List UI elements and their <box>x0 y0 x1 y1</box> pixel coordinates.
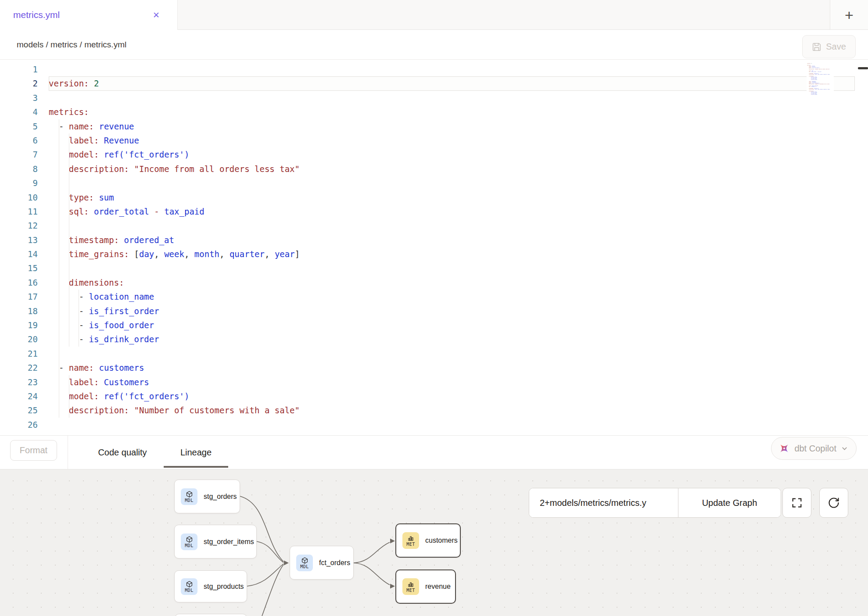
tab-code-quality[interactable]: Code quality <box>86 436 159 469</box>
code-line-12[interactable]: 12 <box>0 218 868 233</box>
line-number: 21 <box>0 347 42 361</box>
line-number: 1 <box>0 62 42 76</box>
lineage-node-stg_orders[interactable]: MDLstg_orders <box>174 480 240 513</box>
lineage-node-stg_products[interactable]: MDLstg_products <box>174 570 247 602</box>
code-line-24[interactable]: 24 model: ref('fct_orders') <box>0 389 868 403</box>
lineage-node-customers[interactable]: METcustomers <box>395 523 461 558</box>
model-cube-icon <box>186 580 193 588</box>
close-tab-icon[interactable]: ✕ <box>153 11 160 19</box>
scrollbar-thumb[interactable] <box>858 67 868 69</box>
metric-bars-icon <box>407 581 414 588</box>
tab-bar: metrics.yml ✕ + <box>0 0 868 30</box>
lineage-node-fct_orders[interactable]: MDLfct_orders <box>290 546 354 580</box>
code-line-26[interactable]: 26 <box>0 418 868 432</box>
plus-icon: + <box>845 7 854 22</box>
code-line-23[interactable]: 23 label: Customers <box>0 375 868 389</box>
code-line-2[interactable]: 2version: 2 <box>0 76 868 90</box>
model-selector-input[interactable] <box>529 488 678 517</box>
code-editor[interactable]: 12version: 234metrics:5 - name: revenue6… <box>0 60 868 435</box>
bottom-toolbar: Format Code quality Lineage dbt Copilot <box>0 435 868 469</box>
code-line-18[interactable]: 18 - is_first_order <box>0 304 868 318</box>
line-number: 25 <box>0 403 42 417</box>
line-number: 3 <box>0 91 42 105</box>
code-line-5[interactable]: 5 - name: revenue <box>0 119 868 133</box>
save-label: Save <box>826 42 846 52</box>
code-line-21[interactable]: 21 <box>0 347 868 361</box>
line-number: 11 <box>0 204 42 218</box>
fullscreen-icon <box>791 497 803 509</box>
node-label: stg_order_items <box>204 538 254 546</box>
code-line-4[interactable]: 4metrics: <box>0 105 868 119</box>
indent-guide <box>59 119 59 418</box>
line-number: 24 <box>0 389 42 403</box>
line-number: 15 <box>0 261 42 275</box>
code-line-13[interactable]: 13 timestamp: ordered_at <box>0 233 868 247</box>
chevron-down-icon <box>841 445 848 452</box>
tab-title: metrics.yml <box>13 10 60 20</box>
update-graph-button[interactable]: Update Graph <box>678 488 781 517</box>
fullscreen-button[interactable] <box>782 488 811 518</box>
new-tab-button[interactable]: + <box>830 0 868 30</box>
model-badge: MDL <box>181 578 197 595</box>
code-line-14[interactable]: 14 time_grains: [day, week, month, quart… <box>0 247 868 261</box>
code-line-15[interactable]: 15 <box>0 261 868 275</box>
line-number: 19 <box>0 318 42 332</box>
update-graph-label: Update Graph <box>702 498 757 508</box>
code-line-8[interactable]: 8 description: "Income from all orders l… <box>0 162 868 176</box>
code-line-16[interactable]: 16 dimensions: <box>0 276 868 290</box>
format-button[interactable]: Format <box>10 440 57 461</box>
model-badge: MDL <box>296 555 313 571</box>
code-line-7[interactable]: 7 model: ref('fct_orders') <box>0 147 868 161</box>
indent-guide <box>79 290 79 347</box>
lineage-canvas[interactable]: MDLstg_ordersMDLstg_order_itemsMDLstg_pr… <box>0 469 868 616</box>
model-cube-icon <box>186 491 193 498</box>
node-label: stg_products <box>204 583 244 591</box>
format-label: Format <box>20 445 47 455</box>
lineage-node-revenue[interactable]: METrevenue <box>395 569 456 604</box>
code-line-3[interactable]: 3 <box>0 91 868 105</box>
lineage-node-partial-node[interactable]: MDL <box>175 614 247 616</box>
model-cube-icon <box>186 536 193 543</box>
line-number: 7 <box>0 147 42 161</box>
code-line-11[interactable]: 11 sql: order_total - tax_paid <box>0 204 868 218</box>
refresh-button[interactable] <box>819 488 848 518</box>
tab-lineage[interactable]: Lineage <box>164 436 228 469</box>
lineage-node-stg_order_items[interactable]: MDLstg_order_items <box>174 525 257 559</box>
breadcrumb-row: models / metrics / metrics.yml <box>0 30 868 60</box>
indent-guide <box>69 375 69 418</box>
code-line-22[interactable]: 22 - name: customers <box>0 361 868 375</box>
node-label: customers <box>425 537 458 544</box>
code-line-20[interactable]: 20 - is_drink_order <box>0 332 868 346</box>
tab-metrics-yml[interactable]: metrics.yml ✕ <box>0 0 178 30</box>
line-number: 4 <box>0 105 42 119</box>
editor-minimap[interactable]: version: 2metrics: - name: revenue label… <box>807 62 834 159</box>
code-line-25[interactable]: 25 description: "Number of customers wit… <box>0 403 868 417</box>
line-number: 26 <box>0 418 42 432</box>
line-number: 12 <box>0 218 42 233</box>
line-number: 6 <box>0 133 42 147</box>
code-line-1[interactable]: 1 <box>0 62 868 76</box>
line-number: 16 <box>0 276 42 290</box>
line-number: 8 <box>0 162 42 176</box>
model-cube-icon <box>301 557 308 564</box>
refresh-icon <box>828 497 840 509</box>
dbt-copilot-button[interactable]: dbt Copilot <box>771 437 857 460</box>
line-number: 5 <box>0 119 42 133</box>
code-line-10[interactable]: 10 type: sum <box>0 190 868 204</box>
code-line-9[interactable]: 9 <box>0 176 868 190</box>
copilot-label: dbt Copilot <box>794 444 836 454</box>
line-number: 13 <box>0 233 42 247</box>
line-number: 14 <box>0 247 42 261</box>
minimap-content: version: 2metrics: - name: revenue label… <box>807 62 834 95</box>
code-lines: 12version: 234metrics:5 - name: revenue6… <box>0 62 868 432</box>
code-line-19[interactable]: 19 - is_food_order <box>0 318 868 332</box>
code-line-6[interactable]: 6 label: Revenue <box>0 133 868 147</box>
code-quality-label: Code quality <box>98 448 147 458</box>
line-number: 9 <box>0 176 42 190</box>
save-icon <box>812 42 821 52</box>
line-number: 22 <box>0 361 42 375</box>
line-number: 18 <box>0 304 42 318</box>
save-button[interactable]: Save <box>802 35 856 58</box>
node-label: revenue <box>425 583 451 591</box>
code-line-17[interactable]: 17 - location_name <box>0 290 868 304</box>
